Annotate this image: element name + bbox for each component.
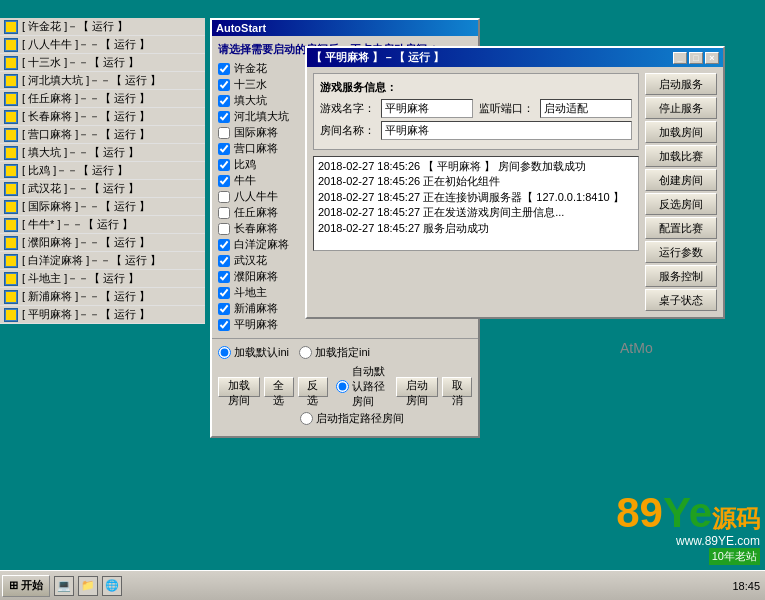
main-titlebar: 【 平明麻将 】－【 运行 】 _ □ × <box>307 48 723 67</box>
computer-icon: 💻 <box>57 579 71 592</box>
main-dialog: 【 平明麻将 】－【 运行 】 _ □ × 游戏服务信息： 游戏名字： 平明麻将… <box>305 46 725 319</box>
task-item-hebeitian[interactable]: [ 河北填大坑 ]－－【 运行 】 <box>0 72 205 90</box>
run-params-button[interactable]: 运行参数 <box>645 241 717 263</box>
task-item-puyang[interactable]: [ 濮阳麻将 ]－－【 运行 】 <box>0 234 205 252</box>
task-item-baiyangdian[interactable]: [ 白洋淀麻将 ]－－【 运行 】 <box>0 252 205 270</box>
task-item-doudizhu[interactable]: [ 斗地主 ]－－【 运行 】 <box>0 270 205 288</box>
radio-row2-bottom: 启动指定路径房间 <box>218 411 472 426</box>
desktop: [ 许金花 ]－【 运行 】 [ 八人牛牛 ]－－【 运行 】 [ 十三水 ]－… <box>0 0 765 600</box>
room-name-label: 房间名称： <box>320 123 375 138</box>
task-icon <box>4 146 18 160</box>
listen-port-value: 启动适配 <box>540 99 632 118</box>
task-icon <box>4 128 18 142</box>
assign-match-button[interactable]: 配置比赛 <box>645 217 717 239</box>
windows-logo-icon: ⊞ <box>9 579 18 592</box>
right-panel: 游戏服务信息： 游戏名字： 平明麻将 监听端口： 启动适配 房间名称： 平明麻将 <box>313 73 717 311</box>
task-icon <box>4 218 18 232</box>
task-item-pingming[interactable]: [ 平明麻将 ]－－【 运行 】 <box>0 306 205 324</box>
radio-row1: 加载默认ini 加载指定ini <box>218 345 472 360</box>
room-name-value: 平明麻将 <box>381 121 632 140</box>
main-dialog-title: 【 平明麻将 】－【 运行 】 <box>311 50 444 65</box>
autostart-title: AutoStart <box>216 22 266 34</box>
watermark-logo: 89Ye源码 <box>616 492 760 534</box>
start-label: 开始 <box>21 578 43 593</box>
radio-default-ini[interactable]: 加载默认ini <box>218 345 289 360</box>
task-item-xuejinhua[interactable]: [ 许金花 ]－【 运行 】 <box>0 18 205 36</box>
game-name-label: 游戏名字： <box>320 101 375 116</box>
task-icon <box>4 236 18 250</box>
task-icon <box>4 56 18 70</box>
stop-service-button[interactable]: 停止服务 <box>645 97 717 119</box>
task-item-wuhanhua[interactable]: [ 武汉花 ]－－【 运行 】 <box>0 180 205 198</box>
task-icon <box>4 164 18 178</box>
minimize-button[interactable]: _ <box>673 52 687 64</box>
create-room-button[interactable]: 创建房间 <box>645 169 717 191</box>
game-info-title: 游戏服务信息： <box>320 80 632 95</box>
task-item-bareniu[interactable]: [ 八人牛牛 ]－－【 运行 】 <box>0 36 205 54</box>
cancel-button[interactable]: 取消 <box>442 377 472 397</box>
remove-room-button[interactable]: 反选房间 <box>645 193 717 215</box>
taskbar-icon-1[interactable]: 💻 <box>54 576 74 596</box>
task-item-xinpu[interactable]: [ 新浦麻将 ]－－【 运行 】 <box>0 288 205 306</box>
log-line-2: 2018-02-27 18:45:27 正在连接协调服务器【 127.0.0.1… <box>318 190 634 205</box>
task-icon <box>4 272 18 286</box>
invert-button[interactable]: 反选 <box>298 377 328 397</box>
task-icon <box>4 308 18 322</box>
log-line-1: 2018-02-27 18:45:26 正在初始化组件 <box>318 174 634 189</box>
autostart-bottom: 加载默认ini 加载指定ini 加载房间 全选 反选 自动默认路径房间 启动房间… <box>212 338 478 436</box>
atmo-text: AtMo <box>620 340 653 356</box>
taskbar-icon-3[interactable]: 🌐 <box>102 576 122 596</box>
task-icon <box>4 110 18 124</box>
maximize-button[interactable]: □ <box>689 52 703 64</box>
task-item-tiankeng[interactable]: [ 填大坑 ]－－【 运行 】 <box>0 144 205 162</box>
start-button[interactable]: ⊞ 开始 <box>2 575 50 597</box>
watermark-tag: 10年老站 <box>709 548 760 565</box>
log-line-3: 2018-02-27 18:45:27 正在发送游戏房间主册信息... <box>318 205 634 220</box>
autostart-btn-row: 加载房间 全选 反选 自动默认路径房间 启动房间 取消 <box>218 364 472 409</box>
load-room-button[interactable]: 加载房间 <box>218 377 260 397</box>
listen-port-label: 监听端口： <box>479 101 534 116</box>
left-task-panel: [ 许金花 ]－【 运行 】 [ 八人牛牛 ]－－【 运行 】 [ 十三水 ]－… <box>0 18 205 324</box>
game-info-section: 游戏服务信息： 游戏名字： 平明麻将 监听端口： 启动适配 房间名称： 平明麻将 <box>313 73 639 150</box>
log-area: 2018-02-27 18:45:26 【 平明麻将 】 房间参数加载成功 20… <box>313 156 639 251</box>
start-service-button[interactable]: 启动服务 <box>645 73 717 95</box>
service-ctrl-button[interactable]: 服务控制 <box>645 265 717 287</box>
task-icon <box>4 20 18 34</box>
task-icon <box>4 200 18 214</box>
task-item-changchun[interactable]: [ 长春麻将 ]－－【 运行 】 <box>0 108 205 126</box>
room-name-row: 房间名称： 平明麻将 <box>320 121 632 140</box>
radio-custom-path[interactable]: 启动指定路径房间 <box>300 411 404 426</box>
log-line-0: 2018-02-27 18:45:26 【 平明麻将 】 房间参数加载成功 <box>318 159 634 174</box>
game-name-value: 平明麻将 <box>381 99 473 118</box>
left-content: 游戏服务信息： 游戏名字： 平明麻将 监听端口： 启动适配 房间名称： 平明麻将 <box>313 73 639 311</box>
start-room-button[interactable]: 启动房间 <box>396 377 438 397</box>
add-match-button[interactable]: 加载比赛 <box>645 145 717 167</box>
autostart-titlebar: AutoStart <box>212 20 478 36</box>
cb-pingming[interactable]: 平明麻将 <box>218 317 472 332</box>
main-body: 游戏服务信息： 游戏名字： 平明麻将 监听端口： 启动适配 房间名称： 平明麻将 <box>307 67 723 317</box>
task-item-guoji[interactable]: [ 国际麻将 ]－－【 运行 】 <box>0 198 205 216</box>
watermark-url: www.89YE.com <box>616 534 760 548</box>
task-item-biji[interactable]: [ 比鸡 ]－－【 运行 】 <box>0 162 205 180</box>
task-icon <box>4 74 18 88</box>
right-buttons: 启动服务 停止服务 加载房间 加载比赛 创建房间 反选房间 配置比赛 运行参数 … <box>645 73 717 311</box>
taskbar-time: 18:45 <box>732 580 760 592</box>
task-item-niuiu[interactable]: [ 牛牛* ]－－【 运行 】 <box>0 216 205 234</box>
add-room-button[interactable]: 加载房间 <box>645 121 717 143</box>
taskbar-icon-2[interactable]: 📁 <box>78 576 98 596</box>
close-button[interactable]: × <box>705 52 719 64</box>
watermark: 89Ye源码 www.89YE.com 10年老站 <box>616 492 760 565</box>
task-item-shisanshui[interactable]: [ 十三水 ]－－【 运行 】 <box>0 54 205 72</box>
folder-icon: 📁 <box>81 579 95 592</box>
titlebar-buttons: _ □ × <box>673 52 719 64</box>
radio-auto-path[interactable]: 自动默认路径房间 <box>336 364 392 409</box>
task-icon <box>4 38 18 52</box>
task-item-yingkou[interactable]: [ 营口麻将 ]－－【 运行 】 <box>0 126 205 144</box>
radio-custom-ini[interactable]: 加载指定ini <box>299 345 370 360</box>
task-item-renqiu[interactable]: [ 任丘麻将 ]－－【 运行 】 <box>0 90 205 108</box>
task-icon <box>4 254 18 268</box>
desk-status-button[interactable]: 桌子状态 <box>645 289 717 311</box>
game-name-row: 游戏名字： 平明麻将 监听端口： 启动适配 <box>320 99 632 118</box>
select-all-button[interactable]: 全选 <box>264 377 294 397</box>
task-icon <box>4 92 18 106</box>
